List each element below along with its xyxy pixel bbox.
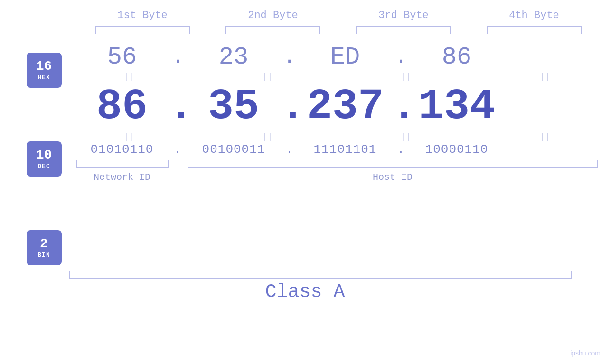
main-container: 1st Byte 2nd Byte 3rd Byte 4th Byte 16 H… [0, 0, 610, 364]
bottom-brackets [76, 160, 598, 168]
bin-dot-2: . [280, 143, 299, 156]
equals-row-1: || || || || [76, 72, 598, 82]
bin-badge-label: BIN [38, 252, 50, 259]
byte-header-2: 2nd Byte [225, 9, 320, 21]
hex-dot-1: . [169, 46, 188, 69]
hex-val-4: 86 [411, 43, 503, 71]
bin-badge-number: 2 [40, 237, 48, 252]
dec-dot-1: . [169, 83, 188, 131]
eq2-3: || [360, 132, 452, 141]
hex-dot-3: . [392, 46, 411, 69]
class-label: Class A [0, 281, 610, 303]
bin-val-3: 11101101 [299, 142, 392, 157]
eq2-4: || [498, 132, 591, 141]
equals-row-2: || || || || [76, 132, 598, 141]
watermark: ipshu.com [570, 349, 601, 357]
network-id-label: Network ID [76, 172, 169, 183]
hex-val-3: ED [299, 43, 392, 71]
byte-header-3: 3rd Byte [356, 9, 451, 21]
bin-val-4: 10000110 [411, 142, 503, 157]
hex-badge-label: HEX [38, 74, 50, 81]
eq-3: || [360, 72, 452, 82]
rows-wrapper: 16 HEX 10 DEC 2 BIN 56 . [12, 38, 598, 265]
class-bracket [69, 271, 572, 279]
byte-header-4: 4th Byte [487, 9, 582, 21]
top-brackets [77, 26, 600, 34]
host-bracket [188, 160, 598, 168]
host-id-label: Host ID [188, 172, 598, 183]
bin-badge: 2 BIN [27, 230, 62, 265]
bin-val-2: 00100011 [188, 142, 280, 157]
base-indicators: 16 HEX 10 DEC 2 BIN [27, 38, 62, 265]
bin-dot-1: . [169, 143, 188, 156]
bracket-3 [356, 26, 451, 34]
dec-val-3: 237 [299, 83, 392, 131]
hex-values-row: 56 . 23 . ED . 86 [76, 43, 598, 71]
eq-4: || [498, 72, 591, 82]
byte-header-1: 1st Byte [95, 9, 190, 21]
dec-badge-number: 10 [36, 148, 52, 163]
bin-dot-3: . [392, 143, 411, 156]
eq-2: || [221, 72, 314, 82]
bracket-1 [95, 26, 190, 34]
dec-val-4: 134 [411, 83, 503, 131]
hex-dot-2: . [280, 46, 299, 69]
eq-1: || [83, 72, 175, 82]
dec-badge: 10 DEC [27, 141, 62, 177]
id-labels: Network ID Host ID [76, 172, 598, 183]
bin-val-1: 01010110 [76, 142, 169, 157]
dec-dot-3: . [392, 83, 411, 131]
dec-dot-2: . [280, 83, 299, 131]
values-area: 56 . 23 . ED . 86 || || [76, 38, 598, 265]
eq2-1: || [83, 132, 175, 141]
hex-badge: 16 HEX [27, 53, 62, 88]
bracket-2 [225, 26, 320, 34]
hex-val-2: 23 [188, 43, 280, 71]
network-bracket [76, 160, 169, 168]
bracket-4 [487, 26, 582, 34]
byte-headers-row: 1st Byte 2nd Byte 3rd Byte 4th Byte [77, 9, 600, 21]
hex-badge-number: 16 [36, 59, 52, 74]
dec-val-2: 35 [188, 83, 280, 131]
dec-badge-label: DEC [38, 163, 50, 170]
eq2-2: || [221, 132, 314, 141]
hex-val-1: 56 [76, 43, 169, 71]
dec-val-1: 86 [76, 83, 169, 131]
bin-values-row: 01010110 . 00100011 . 11101101 . 1000011… [76, 142, 598, 157]
dec-values-row: 86 . 35 . 237 . 134 [76, 83, 598, 131]
